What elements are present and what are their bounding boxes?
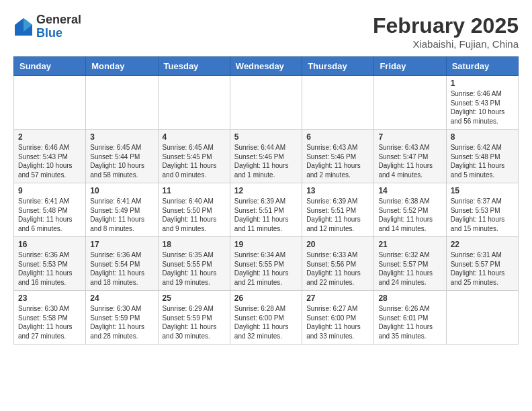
- calendar-cell: 18Sunrise: 6:35 AM Sunset: 5:55 PM Dayli…: [158, 237, 230, 291]
- day-info: Sunrise: 6:36 AM Sunset: 5:54 PM Dayligh…: [90, 250, 153, 287]
- calendar-week-1: 1Sunrise: 6:46 AM Sunset: 5:43 PM Daylig…: [14, 76, 519, 130]
- calendar-cell: [230, 76, 302, 130]
- calendar-cell: 11Sunrise: 6:40 AM Sunset: 5:50 PM Dayli…: [158, 183, 230, 237]
- logo-general-text: General: [36, 13, 81, 27]
- calendar-cell: 12Sunrise: 6:39 AM Sunset: 5:51 PM Dayli…: [230, 183, 302, 237]
- day-info: Sunrise: 6:32 AM Sunset: 5:57 PM Dayligh…: [378, 250, 441, 287]
- calendar-cell: 26Sunrise: 6:28 AM Sunset: 6:00 PM Dayli…: [230, 291, 302, 345]
- calendar-cell: 8Sunrise: 6:42 AM Sunset: 5:48 PM Daylig…: [446, 130, 518, 183]
- day-info: Sunrise: 6:36 AM Sunset: 5:53 PM Dayligh…: [18, 250, 81, 287]
- calendar-cell: 3Sunrise: 6:45 AM Sunset: 5:44 PM Daylig…: [86, 130, 158, 183]
- calendar-cell: 27Sunrise: 6:27 AM Sunset: 6:00 PM Dayli…: [302, 291, 374, 345]
- calendar-cell: [302, 76, 374, 130]
- calendar-cell: 13Sunrise: 6:39 AM Sunset: 5:51 PM Dayli…: [302, 183, 374, 237]
- day-number: 25: [163, 293, 226, 303]
- calendar-cell: 7Sunrise: 6:43 AM Sunset: 5:47 PM Daylig…: [374, 130, 446, 183]
- calendar-cell: 24Sunrise: 6:30 AM Sunset: 5:59 PM Dayli…: [86, 291, 158, 345]
- location-subtitle: Xiabaishi, Fujian, China: [373, 38, 519, 50]
- day-number: 4: [163, 132, 226, 142]
- day-number: 20: [306, 240, 369, 249]
- day-number: 8: [451, 132, 514, 142]
- calendar-cell: 28Sunrise: 6:26 AM Sunset: 6:01 PM Dayli…: [374, 291, 446, 345]
- calendar-cell: 16Sunrise: 6:36 AM Sunset: 5:53 PM Dayli…: [14, 237, 86, 291]
- day-number: 14: [378, 186, 441, 195]
- day-info: Sunrise: 6:46 AM Sunset: 5:43 PM Dayligh…: [18, 143, 81, 179]
- weekday-header-wednesday: Wednesday: [230, 57, 302, 76]
- calendar-week-3: 9Sunrise: 6:41 AM Sunset: 5:48 PM Daylig…: [14, 183, 519, 237]
- calendar-cell: 19Sunrise: 6:34 AM Sunset: 5:55 PM Dayli…: [230, 237, 302, 291]
- logo-blue-text: Blue: [36, 27, 81, 40]
- day-number: 5: [234, 132, 298, 142]
- day-info: Sunrise: 6:45 AM Sunset: 5:45 PM Dayligh…: [163, 143, 226, 179]
- calendar-week-4: 16Sunrise: 6:36 AM Sunset: 5:53 PM Dayli…: [14, 237, 519, 291]
- day-info: Sunrise: 6:27 AM Sunset: 6:00 PM Dayligh…: [306, 304, 369, 340]
- day-number: 23: [18, 293, 81, 303]
- month-title: February 2025: [373, 13, 519, 38]
- day-info: Sunrise: 6:39 AM Sunset: 5:51 PM Dayligh…: [234, 197, 298, 233]
- page-header: General Blue February 2025 Xiabaishi, Fu…: [13, 13, 519, 50]
- day-number: 15: [451, 186, 514, 195]
- calendar-cell: 10Sunrise: 6:41 AM Sunset: 5:49 PM Dayli…: [86, 183, 158, 237]
- weekday-header-saturday: Saturday: [446, 57, 518, 76]
- day-info: Sunrise: 6:34 AM Sunset: 5:55 PM Dayligh…: [234, 250, 298, 287]
- day-number: 10: [90, 186, 153, 195]
- day-number: 26: [234, 293, 298, 303]
- calendar-cell: 6Sunrise: 6:43 AM Sunset: 5:46 PM Daylig…: [302, 130, 374, 183]
- calendar-table: SundayMondayTuesdayWednesdayThursdayFrid…: [13, 56, 519, 345]
- day-info: Sunrise: 6:40 AM Sunset: 5:50 PM Dayligh…: [163, 197, 226, 233]
- calendar-cell: 20Sunrise: 6:33 AM Sunset: 5:56 PM Dayli…: [302, 237, 374, 291]
- calendar-cell: 23Sunrise: 6:30 AM Sunset: 5:58 PM Dayli…: [14, 291, 86, 345]
- day-number: 19: [234, 240, 298, 249]
- calendar-cell: [86, 76, 158, 130]
- day-number: 13: [306, 186, 369, 195]
- day-info: Sunrise: 6:44 AM Sunset: 5:46 PM Dayligh…: [234, 143, 298, 179]
- calendar-cell: [446, 291, 518, 345]
- day-info: Sunrise: 6:41 AM Sunset: 5:49 PM Dayligh…: [90, 197, 153, 233]
- day-info: Sunrise: 6:35 AM Sunset: 5:55 PM Dayligh…: [163, 250, 226, 287]
- calendar-cell: 1Sunrise: 6:46 AM Sunset: 5:43 PM Daylig…: [446, 76, 518, 130]
- day-info: Sunrise: 6:37 AM Sunset: 5:53 PM Dayligh…: [451, 197, 514, 233]
- calendar-cell: 14Sunrise: 6:38 AM Sunset: 5:52 PM Dayli…: [374, 183, 446, 237]
- day-info: Sunrise: 6:31 AM Sunset: 5:57 PM Dayligh…: [451, 250, 514, 287]
- day-number: 17: [90, 240, 153, 249]
- weekday-header-monday: Monday: [86, 57, 158, 76]
- weekday-header-sunday: Sunday: [14, 57, 86, 76]
- day-number: 11: [163, 186, 226, 195]
- day-number: 16: [18, 240, 81, 249]
- calendar-cell: 5Sunrise: 6:44 AM Sunset: 5:46 PM Daylig…: [230, 130, 302, 183]
- calendar-cell: [158, 76, 230, 130]
- day-info: Sunrise: 6:46 AM Sunset: 5:43 PM Dayligh…: [451, 89, 514, 126]
- day-number: 7: [378, 132, 441, 142]
- day-number: 9: [18, 186, 81, 195]
- day-info: Sunrise: 6:38 AM Sunset: 5:52 PM Dayligh…: [378, 197, 441, 233]
- day-info: Sunrise: 6:29 AM Sunset: 5:59 PM Dayligh…: [163, 304, 226, 340]
- day-info: Sunrise: 6:26 AM Sunset: 6:01 PM Dayligh…: [378, 304, 441, 340]
- day-info: Sunrise: 6:28 AM Sunset: 6:00 PM Dayligh…: [234, 304, 298, 340]
- day-info: Sunrise: 6:39 AM Sunset: 5:51 PM Dayligh…: [306, 197, 369, 233]
- day-number: 24: [90, 293, 153, 303]
- calendar-cell: 4Sunrise: 6:45 AM Sunset: 5:45 PM Daylig…: [158, 130, 230, 183]
- calendar-cell: 21Sunrise: 6:32 AM Sunset: 5:57 PM Dayli…: [374, 237, 446, 291]
- calendar-cell: 17Sunrise: 6:36 AM Sunset: 5:54 PM Dayli…: [86, 237, 158, 291]
- day-info: Sunrise: 6:30 AM Sunset: 5:59 PM Dayligh…: [90, 304, 153, 340]
- logo-icon: [13, 17, 34, 37]
- day-info: Sunrise: 6:43 AM Sunset: 5:46 PM Dayligh…: [306, 143, 369, 179]
- logo: General Blue: [13, 13, 81, 40]
- day-number: 18: [163, 240, 226, 249]
- calendar-body: 1Sunrise: 6:46 AM Sunset: 5:43 PM Daylig…: [14, 76, 519, 345]
- day-info: Sunrise: 6:33 AM Sunset: 5:56 PM Dayligh…: [306, 250, 369, 287]
- day-info: Sunrise: 6:30 AM Sunset: 5:58 PM Dayligh…: [18, 304, 81, 340]
- day-info: Sunrise: 6:42 AM Sunset: 5:48 PM Dayligh…: [451, 143, 514, 179]
- weekday-header-row: SundayMondayTuesdayWednesdayThursdayFrid…: [14, 57, 519, 76]
- calendar-cell: 22Sunrise: 6:31 AM Sunset: 5:57 PM Dayli…: [446, 237, 518, 291]
- day-number: 28: [378, 293, 441, 303]
- weekday-header-thursday: Thursday: [302, 57, 374, 76]
- day-info: Sunrise: 6:41 AM Sunset: 5:48 PM Dayligh…: [18, 197, 81, 233]
- calendar-week-2: 2Sunrise: 6:46 AM Sunset: 5:43 PM Daylig…: [14, 130, 519, 183]
- day-number: 12: [234, 186, 298, 195]
- day-number: 22: [451, 240, 514, 249]
- calendar-cell: [374, 76, 446, 130]
- day-info: Sunrise: 6:43 AM Sunset: 5:47 PM Dayligh…: [378, 143, 441, 179]
- calendar-cell: 9Sunrise: 6:41 AM Sunset: 5:48 PM Daylig…: [14, 183, 86, 237]
- day-number: 27: [306, 293, 369, 303]
